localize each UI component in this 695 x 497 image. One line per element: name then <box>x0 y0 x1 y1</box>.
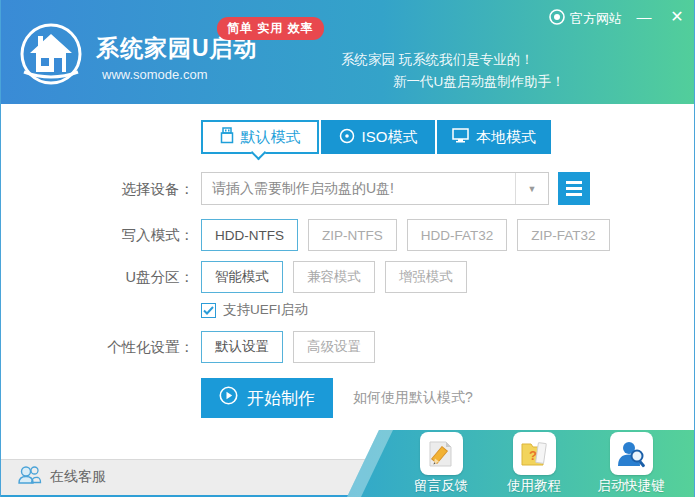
personalize-advanced[interactable]: 高级设置 <box>293 331 375 363</box>
folder-help-icon: ? <box>513 432 556 475</box>
start-button[interactable]: 开始制作 <box>201 378 333 418</box>
write-mode-hdd-fat32[interactable]: HDD-FAT32 <box>407 219 508 251</box>
device-label: 选择设备： <box>1 180 194 199</box>
write-mode-zip-ntfs[interactable]: ZIP-NTFS <box>308 219 397 251</box>
chevron-down-icon[interactable]: ▼ <box>515 173 548 204</box>
official-site-link[interactable]: 官方网站 <box>549 9 622 28</box>
tab-local-label: 本地模式 <box>476 128 536 147</box>
online-service-label: 在线客服 <box>50 468 106 486</box>
start-button-label: 开始制作 <box>247 387 315 410</box>
app-logo-icon <box>14 20 88 92</box>
minimize-button[interactable]: — <box>631 4 657 28</box>
feature-badge: 简单 实用 效率 <box>217 17 324 40</box>
svg-text:?: ? <box>529 448 537 463</box>
hotkey-button[interactable]: 启动快捷键 <box>583 432 679 495</box>
feedback-button[interactable]: 留言反馈 <box>393 432 489 495</box>
slogan-line2: 新一代U盘启动盘制作助手！ <box>393 73 565 91</box>
play-circle-icon <box>219 386 238 410</box>
slogan-line1: 系统家园 玩系统我们是专业的！ <box>341 51 534 69</box>
online-service-button[interactable]: 在线客服 <box>17 465 106 488</box>
write-mode-label: 写入模式： <box>1 226 194 245</box>
globe-icon <box>549 9 565 28</box>
footer-accent-panel: 留言反馈 ? 使用教程 启动快捷键 <box>341 430 695 497</box>
tab-iso-label: ISO模式 <box>362 128 418 147</box>
hotkey-label: 启动快捷键 <box>597 477 665 495</box>
close-button[interactable]: ✕ <box>664 4 690 28</box>
app-window: 系统家园U启动 www.somode.com 简单 实用 效率 系统家园 玩系统… <box>0 0 695 497</box>
personalize-label: 个性化设置： <box>1 338 194 357</box>
device-select[interactable]: 请插入需要制作启动盘的U盘! ▼ <box>201 172 549 205</box>
partition-smart-mode[interactable]: 智能模式 <box>201 261 283 293</box>
partition-compat-mode[interactable]: 兼容模式 <box>293 261 375 293</box>
customer-service-icon <box>17 465 42 488</box>
partition-enhanced-mode[interactable]: 增强模式 <box>385 261 467 293</box>
uefi-checkbox-row[interactable]: 支持UEFI启动 <box>201 301 308 319</box>
tutorial-label: 使用教程 <box>507 477 561 495</box>
feedback-label: 留言反馈 <box>414 477 468 495</box>
tab-local-mode[interactable]: 本地模式 <box>437 120 551 154</box>
write-mode-options: HDD-NTFS ZIP-NTFS HDD-FAT32 ZIP-FAT32 <box>201 219 610 251</box>
uefi-label: 支持UEFI启动 <box>223 301 308 319</box>
device-menu-button[interactable] <box>558 172 590 205</box>
monitor-icon <box>452 128 469 147</box>
usb-drive-icon <box>220 127 234 147</box>
uefi-checkbox[interactable] <box>201 303 216 318</box>
pencil-feedback-icon <box>420 432 463 475</box>
write-mode-hdd-ntfs[interactable]: HDD-NTFS <box>201 219 298 251</box>
device-select-placeholder: 请插入需要制作启动盘的U盘! <box>202 180 515 198</box>
app-website: www.somode.com <box>102 67 207 82</box>
header: 系统家园U启动 www.somode.com 简单 实用 效率 系统家园 玩系统… <box>1 0 694 104</box>
disc-icon <box>339 128 355 147</box>
help-link[interactable]: 如何使用默认模式? <box>353 378 473 418</box>
tutorial-button[interactable]: ? 使用教程 <box>486 432 582 495</box>
tab-iso-mode[interactable]: ISO模式 <box>321 120 435 154</box>
personalize-options: 默认设置 高级设置 <box>201 331 375 363</box>
tab-default-label: 默认模式 <box>241 128 301 147</box>
user-search-icon <box>610 432 653 475</box>
official-site-label: 官方网站 <box>570 10 622 28</box>
personalize-default[interactable]: 默认设置 <box>201 331 283 363</box>
partition-options: 智能模式 兼容模式 增强模式 <box>201 261 467 293</box>
partition-label: U盘分区： <box>1 268 194 287</box>
write-mode-zip-fat32[interactable]: ZIP-FAT32 <box>517 219 609 251</box>
